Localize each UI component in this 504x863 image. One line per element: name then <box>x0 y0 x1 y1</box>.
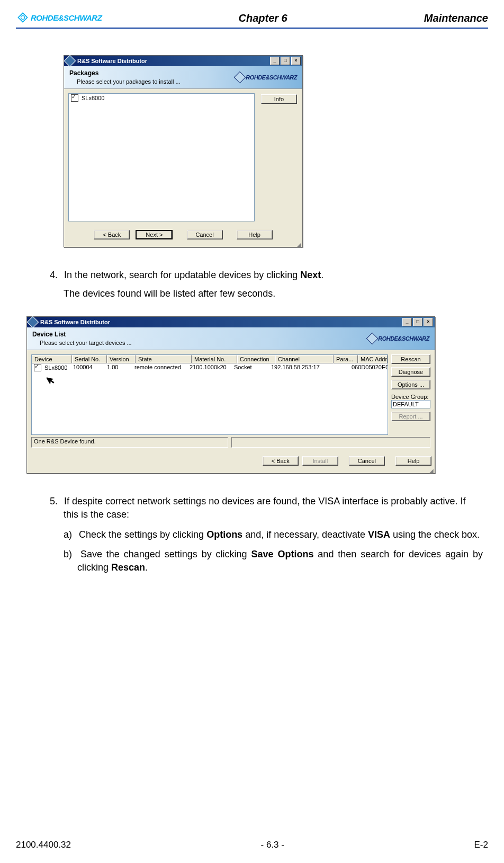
banner-title: Device List <box>32 331 132 339</box>
list-item[interactable]: SLx8000 <box>69 94 254 102</box>
cell-para <box>326 364 349 371</box>
help-button[interactable]: Help <box>395 456 431 466</box>
cell-version: 1.00 <box>105 364 132 371</box>
screenshot-device-list: R&S Software Distributor _ □ × Device Li… <box>26 316 483 474</box>
packages-listbox[interactable]: SLx8000 <box>68 93 255 221</box>
maximize-button[interactable]: □ <box>413 318 422 326</box>
banner-brand: ROHDE&SCHWARZ <box>236 73 297 82</box>
status-text: One R&S Device found. <box>31 437 228 448</box>
col-channel[interactable]: Channel <box>275 355 334 363</box>
info-button[interactable]: Info <box>261 94 297 104</box>
step-number: 4. <box>50 269 61 282</box>
cell-serial: 100004 <box>71 364 105 371</box>
device-group-label: Device Group: <box>391 394 430 400</box>
rs-diamond-icon <box>234 72 246 84</box>
side-buttons: Rescan Diagnose Options ... Device Group… <box>388 354 430 435</box>
app-icon <box>64 55 76 67</box>
col-version[interactable]: Version <box>107 355 136 363</box>
minimize-button[interactable]: _ <box>270 57 280 65</box>
svg-rect-0 <box>18 13 27 22</box>
svg-point-1 <box>21 16 25 20</box>
rs-diamond-icon <box>366 333 379 345</box>
window-title: R&S Software Distributor <box>40 319 401 325</box>
report-button[interactable]: Report ... <box>391 412 430 421</box>
checkbox-icon[interactable] <box>71 94 78 102</box>
step-number: 5. <box>50 495 61 508</box>
section-title: Maintenance <box>424 12 488 24</box>
next-button[interactable]: Next > <box>136 230 173 239</box>
brand-text: ROHDE&SCHWARZ <box>31 13 102 22</box>
checkbox-icon[interactable] <box>34 364 41 371</box>
status-empty <box>231 437 430 448</box>
col-serial[interactable]: Serial No. <box>72 355 107 363</box>
device-table[interactable]: Device Serial No. Version State Material… <box>31 354 388 435</box>
resize-grip-icon[interactable]: ◢ <box>64 243 302 247</box>
diagnose-button[interactable]: Diagnose <box>391 367 430 377</box>
window-title: R&S Software Distributor <box>77 58 269 64</box>
screenshot-packages: R&S Software Distributor _ □ × Packages … <box>64 55 483 247</box>
minimize-button[interactable]: _ <box>402 318 412 326</box>
cancel-button[interactable]: Cancel <box>349 456 385 466</box>
wizard-buttons: < Back Install Cancel Help <box>27 452 435 469</box>
step-5b: b) Save the changed settings by clicking… <box>77 548 483 574</box>
install-button[interactable]: Install <box>302 456 338 466</box>
cell-connection: Socket <box>232 364 269 371</box>
step-4: 4. In the network, search for updatable … <box>64 269 483 282</box>
page-header: ROHDE&SCHWARZ Chapter 6 Maintenance <box>16 11 488 29</box>
footer-right: E-2 <box>474 840 488 850</box>
step-5: 5. If despite correct network settings n… <box>64 495 483 521</box>
page-footer: 2100.4400.32 - 6.3 - E-2 <box>16 840 488 850</box>
package-name: SLx8000 <box>82 95 104 101</box>
rs-diamond-icon <box>16 11 30 24</box>
banner-title: Packages <box>69 69 181 78</box>
col-material[interactable]: Material No. <box>192 355 237 363</box>
resize-grip-icon[interactable]: ◢ <box>27 469 435 473</box>
app-icon <box>27 316 39 328</box>
brand-logo: ROHDE&SCHWARZ <box>16 11 102 24</box>
chapter-title: Chapter 6 <box>102 12 424 24</box>
cursor-icon <box>47 374 55 385</box>
cancel-button[interactable]: Cancel <box>187 230 223 239</box>
help-button[interactable]: Help <box>237 230 273 239</box>
status-bar: One R&S Device found. <box>31 437 430 448</box>
wizard-banner: Device List Please select your target de… <box>27 327 435 350</box>
device-group-input[interactable]: DEFAULT <box>391 400 430 408</box>
back-button[interactable]: < Back <box>94 230 130 239</box>
col-connection[interactable]: Connection <box>237 355 275 363</box>
close-button[interactable]: × <box>291 57 301 65</box>
rescan-button[interactable]: Rescan <box>391 354 430 364</box>
col-mac[interactable]: MAC Address <box>358 355 388 363</box>
wizard-buttons: < Back Next > Cancel Help <box>64 226 302 243</box>
footer-center: - 6.3 - <box>261 840 284 850</box>
step-4-sub: The devices found will be listed after f… <box>64 287 483 300</box>
maximize-button[interactable]: □ <box>281 57 290 65</box>
back-button[interactable]: < Back <box>263 456 299 466</box>
cell-mac: 060D05020E06,060D05020E07 <box>349 364 388 371</box>
col-para[interactable]: Para... <box>334 355 358 363</box>
window-titlebar: R&S Software Distributor _ □ × <box>27 317 435 327</box>
options-button[interactable]: Options ... <box>391 380 430 389</box>
table-row[interactable]: SLx8000 100004 1.00 remote connected 210… <box>32 363 388 372</box>
banner-subtitle: Please select your target devices ... <box>32 339 132 346</box>
cell-state: remote connected <box>132 364 187 371</box>
window-titlebar: R&S Software Distributor _ □ × <box>64 56 302 66</box>
sub-number: a) <box>64 528 76 541</box>
wizard-banner: Packages Please select your packages to … <box>64 66 302 89</box>
cell-device: SLx8000 <box>44 364 67 371</box>
cell-material: 2100.1000k20 <box>187 364 232 371</box>
sub-number: b) <box>64 548 76 561</box>
cell-channel: 192.168.58.253:17 <box>269 364 326 371</box>
col-state[interactable]: State <box>136 355 192 363</box>
table-header: Device Serial No. Version State Material… <box>32 355 388 363</box>
banner-brand: ROHDE&SCHWARZ <box>368 334 429 343</box>
step-5a: a) Check the settings by clicking Option… <box>77 528 483 541</box>
close-button[interactable]: × <box>424 318 433 326</box>
banner-subtitle: Please select your packages to install .… <box>69 78 181 85</box>
footer-left: 2100.4400.32 <box>16 840 71 850</box>
col-device[interactable]: Device <box>32 355 72 363</box>
